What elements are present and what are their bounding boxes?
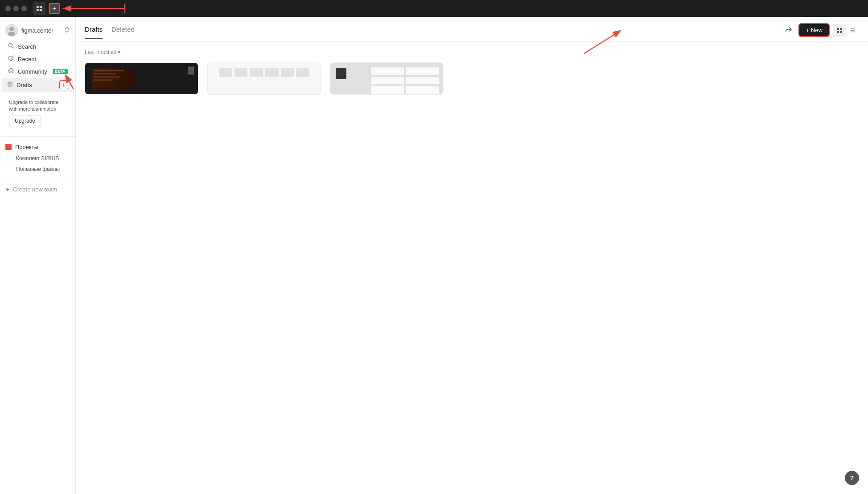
share-button[interactable] — [782, 24, 795, 37]
svg-rect-2 — [37, 9, 39, 11]
upgrade-button[interactable]: Upgrade — [9, 116, 41, 126]
tab-drafts[interactable]: Drafts — [85, 25, 103, 39]
sidebar-item-label-search: Search — [18, 43, 36, 50]
view-toggle — [833, 24, 859, 37]
sidebar-item-search[interactable]: Search — [2, 40, 74, 53]
file-thumbnail-2 — [330, 63, 443, 94]
new-button-plus: + — [806, 27, 809, 33]
new-button[interactable]: + New — [798, 23, 830, 37]
svg-rect-0 — [37, 6, 39, 8]
sort-arrow-icon: ▾ — [118, 49, 120, 55]
minimize-traffic-light[interactable] — [13, 6, 19, 11]
search-icon — [7, 43, 14, 50]
content-area: Drafts Deleted + New — [76, 17, 868, 494]
traffic-lights — [5, 6, 27, 11]
sort-bar: Last modified ▾ — [85, 49, 859, 55]
sidebar-item-recent[interactable]: Recent — [2, 53, 74, 65]
sidebar-item-community[interactable]: Community Beta — [2, 65, 74, 78]
sort-label-text: Last modified — [85, 49, 116, 55]
drafts-label: Drafts — [16, 82, 32, 88]
create-team-button[interactable]: + Create new team — [0, 182, 75, 197]
svg-point-5 — [9, 27, 14, 31]
sidebar-divider — [0, 136, 75, 137]
beta-badge: Beta — [53, 69, 68, 74]
titlebar: + — [0, 0, 868, 17]
drafts-icon — [7, 81, 13, 88]
help-button[interactable]: ? — [845, 471, 859, 485]
file-card-1[interactable]: Iconly 2 - Essential icons (Community) E… — [207, 62, 321, 95]
content-header: Drafts Deleted + New — [76, 17, 868, 42]
avatar — [5, 24, 18, 37]
tab-deleted[interactable]: Deleted — [111, 25, 135, 39]
svg-rect-18 — [837, 31, 839, 33]
add-tab-button[interactable]: + — [49, 3, 60, 14]
file-thumbnail-0 — [85, 63, 198, 94]
sidebar: figma.center Search — [0, 17, 76, 494]
file-card-0[interactable]: Видео урок Edited 2 months ago — [85, 62, 198, 95]
user-name: figma.center — [21, 27, 53, 34]
create-team-label: Create new team — [13, 186, 57, 193]
header-actions: + New — [782, 23, 859, 42]
svg-line-8 — [12, 47, 13, 49]
sidebar-item-label-recent: Recent — [18, 56, 36, 62]
svg-rect-1 — [40, 6, 42, 8]
file-card-2[interactable]: Prototyping in Figma Edited 2 months ago — [330, 62, 444, 95]
recent-icon — [7, 55, 14, 62]
file-thumbnail-1 — [208, 63, 321, 94]
upgrade-box: Upgrade to collaborate with more teammat… — [4, 95, 71, 130]
team-section: Проекты Комплект SIRIUS Полезные файлы — [0, 139, 75, 176]
app-icon — [33, 2, 45, 15]
sidebar-item-label-community: Community — [18, 68, 47, 75]
upgrade-text: Upgrade to collaborate with more teammat… — [9, 99, 66, 113]
team-name: Проекты — [15, 144, 38, 150]
svg-rect-16 — [837, 28, 839, 30]
svg-point-6 — [8, 32, 15, 36]
team-color-indicator — [5, 144, 12, 150]
team-subitem-label-1: Полезные файлы — [16, 166, 60, 172]
plus-icon: + — [5, 186, 9, 194]
team-subitem-0[interactable]: Комплект SIRIUS — [0, 153, 75, 164]
grid-view-button[interactable] — [833, 24, 846, 37]
svg-rect-17 — [840, 28, 842, 30]
sidebar-item-drafts[interactable]: Drafts + — [2, 78, 74, 92]
notification-icon[interactable] — [64, 27, 70, 34]
main-layout: figma.center Search — [0, 17, 868, 494]
content-body: Last modified ▾ — [76, 42, 868, 494]
svg-rect-19 — [840, 31, 842, 33]
community-icon — [7, 68, 14, 75]
fullscreen-traffic-light[interactable] — [21, 6, 27, 11]
sidebar-divider-2 — [0, 179, 75, 179]
svg-rect-3 — [40, 9, 42, 11]
team-subitem-1[interactable]: Полезные файлы — [0, 164, 75, 174]
file-grid: Видео урок Edited 2 months ago — [85, 62, 859, 95]
file-info-2: Prototyping in Figma Edited 2 months ago — [330, 94, 443, 95]
list-view-button[interactable] — [847, 24, 859, 37]
file-info-1: Iconly 2 - Essential icons (Community) E… — [208, 94, 321, 95]
user-profile-row[interactable]: figma.center — [0, 21, 75, 40]
team-subitem-label-0: Комплект SIRIUS — [16, 155, 59, 162]
drafts-add-button[interactable]: + — [59, 80, 68, 89]
sort-button[interactable]: Last modified ▾ — [85, 49, 120, 55]
new-button-label: New — [811, 27, 823, 33]
team-header[interactable]: Проекты — [0, 141, 75, 153]
close-traffic-light[interactable] — [5, 6, 11, 11]
file-info-0: Видео урок Edited 2 months ago — [85, 94, 198, 95]
